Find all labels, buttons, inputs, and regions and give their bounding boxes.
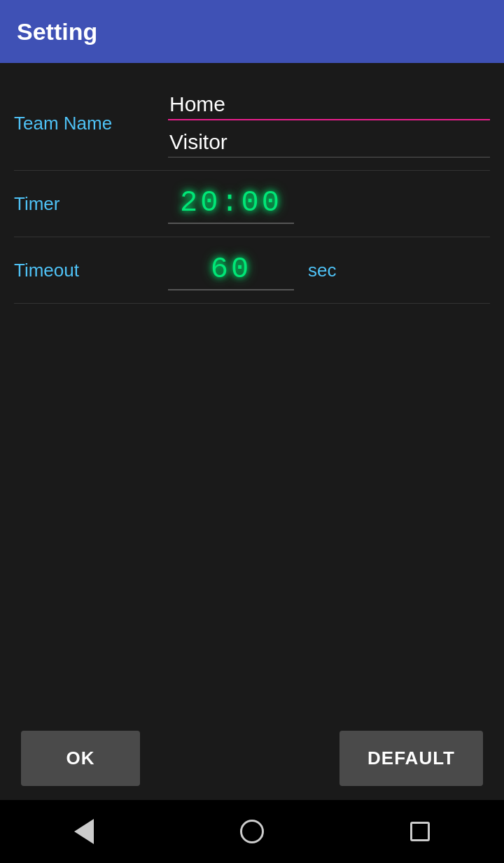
- buttons-area: OK DEFAULT: [14, 717, 490, 800]
- team-name-row: Team Name: [14, 77, 490, 171]
- visitor-input[interactable]: [168, 127, 490, 157]
- home-input[interactable]: [168, 90, 490, 120]
- home-button[interactable]: [231, 811, 273, 853]
- sec-label: sec: [308, 260, 336, 281]
- timeout-display[interactable]: 60: [168, 250, 294, 290]
- timer-row: Timer 20:00: [14, 171, 490, 237]
- timeout-inner: 60 sec: [168, 250, 336, 290]
- back-icon: [74, 819, 94, 844]
- timeout-row: Timeout 60 sec: [14, 237, 490, 304]
- default-button[interactable]: DEFAULT: [340, 731, 483, 786]
- timer-display[interactable]: 20:00: [168, 183, 294, 224]
- timeout-label: Timeout: [14, 260, 168, 281]
- main-content: Team Name Timer 20:00 Timeout 60 sec OK …: [0, 63, 504, 800]
- recents-icon: [410, 822, 430, 841]
- ok-button[interactable]: OK: [21, 731, 140, 786]
- app-bar-title: Setting: [17, 18, 97, 45]
- app-bar: Setting: [0, 0, 504, 63]
- nav-bar: [0, 800, 504, 863]
- team-name-label: Team Name: [14, 113, 168, 134]
- timer-display-wrapper[interactable]: 20:00: [168, 183, 294, 224]
- home-icon: [240, 820, 264, 843]
- recents-button[interactable]: [399, 811, 441, 853]
- timer-label: Timer: [14, 193, 168, 215]
- back-button[interactable]: [63, 811, 105, 853]
- team-name-inputs: [168, 90, 490, 157]
